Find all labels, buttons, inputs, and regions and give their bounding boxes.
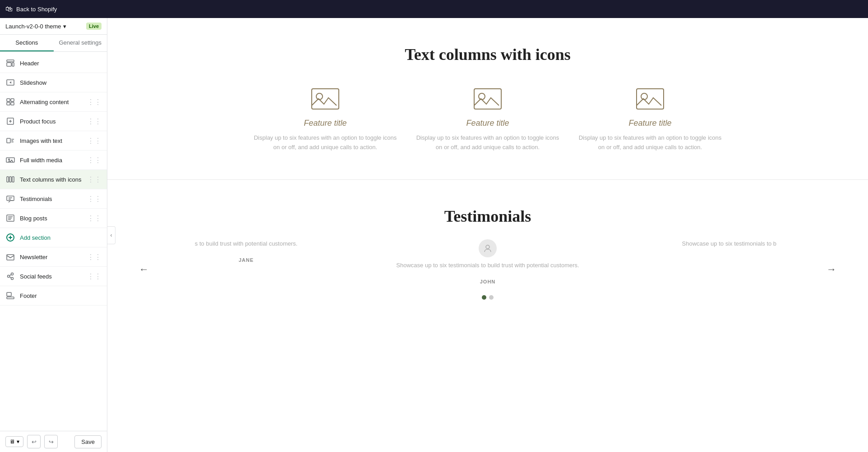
sidebar-item-label-product: Product focus (20, 118, 83, 125)
sidebar-item-slideshow[interactable]: Slideshow (0, 73, 107, 92)
sidebar-item-blog-posts[interactable]: Blog posts ⋮⋮ (0, 209, 107, 228)
chevron-down-icon: ▾ (63, 23, 66, 30)
newsletter-icon (5, 252, 15, 262)
sidebar-item-label-add: Add section (20, 234, 102, 241)
device-toggle[interactable]: 🖥 ▾ (5, 436, 23, 447)
svg-rect-28 (637, 89, 664, 109)
feature-image-icon-3 (634, 87, 666, 111)
svg-rect-23 (7, 292, 11, 296)
sidebar-item-label-testimonials: Testimonials (20, 196, 83, 202)
live-badge: Live (86, 23, 102, 30)
testimonials-section: Testimonials ← → s to build trust with p… (107, 180, 868, 323)
drag-handle-images-text[interactable]: ⋮⋮ (87, 137, 102, 145)
theme-name-label: Launch-v2-0-0 theme (5, 23, 61, 30)
footer-icon (5, 291, 15, 301)
images-text-icon (5, 136, 15, 146)
feature-title-2: Feature title (416, 119, 560, 128)
testimonial-item-2: Showcase up to six testimonials to build… (367, 239, 608, 285)
sidebar-item-images-with-text[interactable]: Images with text ⋮⋮ (0, 131, 107, 151)
sidebar-item-full-width-media[interactable]: Full width media ⋮⋮ (0, 151, 107, 170)
feature-desc-1: Display up to six features with an optio… (253, 133, 397, 152)
sidebar-item-testimonials[interactable]: Testimonials ⋮⋮ (0, 189, 107, 209)
testimonials-title: Testimonials (125, 207, 850, 226)
sidebar-item-alternating-content[interactable]: Alternating content ⋮⋮ (0, 92, 107, 112)
sidebar-item-label-newsletter: Newsletter (20, 254, 83, 260)
sidebar-item-label-footer: Footer (20, 292, 102, 299)
sidebar-item-product-focus[interactable]: Product focus ⋮⋮ (0, 112, 107, 131)
sidebar-item-social-feeds[interactable]: Social feeds ⋮⋮ (0, 267, 107, 286)
tab-sections[interactable]: Sections (0, 35, 54, 51)
svg-rect-2 (12, 63, 14, 66)
text-columns-icon (5, 174, 15, 184)
redo-button[interactable]: ↪ (44, 435, 58, 448)
desktop-icon: 🖥 (9, 438, 15, 445)
header-icon (5, 58, 15, 68)
product-icon (5, 116, 15, 126)
feature-desc-2: Display up to six features with an optio… (416, 133, 560, 152)
theme-name[interactable]: Launch-v2-0-0 theme ▾ (5, 23, 66, 30)
svg-rect-15 (7, 196, 14, 201)
svg-rect-26 (474, 89, 501, 109)
sidebar-item-label-full-width: Full width media (20, 157, 83, 164)
drag-handle-social[interactable]: ⋮⋮ (87, 272, 102, 281)
testimonials-carousel: ← → s to build trust with potential cust… (125, 239, 850, 300)
svg-rect-5 (11, 99, 14, 101)
drag-handle-full-width[interactable]: ⋮⋮ (87, 156, 102, 164)
svg-point-21 (11, 278, 14, 280)
back-to-shopify-link[interactable]: Back to Shopify (16, 6, 57, 13)
full-width-icon (5, 155, 15, 165)
feature-image-icon-2 (472, 87, 503, 111)
carousel-dot-2[interactable] (489, 295, 494, 300)
testimonials-grid: s to build trust with potential customer… (125, 239, 850, 285)
svg-point-20 (11, 273, 14, 275)
feature-column-3: Feature title Display up to six features… (578, 87, 722, 152)
shopify-icon: 🛍 (5, 5, 13, 13)
drag-handle-newsletter[interactable]: ⋮⋮ (87, 253, 102, 261)
drag-handle-alternating[interactable]: ⋮⋮ (87, 98, 102, 106)
drag-handle-text-columns[interactable]: ⋮⋮ (87, 175, 102, 184)
text-columns-title: Text columns with icons (143, 45, 832, 64)
carousel-dot-1[interactable] (482, 295, 486, 300)
testimonial-text-1: s to build trust with potential customer… (143, 239, 349, 249)
sidebar-item-label-text-columns: Text columns with icons (20, 176, 83, 183)
sidebar-item-label-images-text: Images with text (20, 137, 83, 144)
bottom-bar: 🖥 ▾ ↩ ↪ Save (0, 431, 107, 452)
slideshow-icon (5, 78, 15, 87)
drag-handle-blog[interactable]: ⋮⋮ (87, 214, 102, 223)
testimonial-author-2: JOHN (385, 279, 590, 284)
svg-rect-6 (7, 102, 10, 105)
drag-handle-product[interactable]: ⋮⋮ (87, 117, 102, 126)
sidebar-wrapper: Launch-v2-0-0 theme ▾ Live Sections Gene… (0, 18, 107, 452)
testimonial-item-3: Showcase up to six testimonials to b (609, 239, 850, 258)
tab-general-settings[interactable]: General settings (54, 35, 107, 51)
sidebar-item-text-columns[interactable]: Text columns with icons ⋮⋮ (0, 170, 107, 189)
svg-rect-12 (7, 177, 9, 182)
sidebar-item-newsletter[interactable]: Newsletter ⋮⋮ (0, 247, 107, 267)
sidebar-item-footer[interactable]: Footer (0, 286, 107, 306)
sidebar-item-label-slideshow: Slideshow (20, 79, 102, 86)
feature-column-2: Feature title Display up to six features… (416, 87, 560, 152)
testimonial-avatar-2 (479, 239, 497, 257)
feature-desc-3: Display up to six features with an optio… (578, 133, 722, 152)
theme-bar: Launch-v2-0-0 theme ▾ Live (0, 18, 107, 35)
add-icon (5, 233, 15, 242)
save-button[interactable]: Save (74, 435, 102, 448)
sections-list: Header Slideshow Alternating content ⋮⋮ (0, 52, 107, 431)
chevron-down-icon: ▾ (17, 438, 19, 445)
svg-point-29 (641, 93, 647, 100)
testimonial-item-1: s to build trust with potential customer… (125, 239, 367, 263)
blog-icon (5, 213, 15, 223)
sidebar-item-add-section[interactable]: Add section (0, 228, 107, 247)
svg-rect-9 (7, 138, 10, 143)
testimonial-author-1: JANE (143, 257, 349, 263)
collapse-sidebar-button[interactable]: ‹ (107, 226, 115, 244)
sidebar-item-header[interactable]: Header (0, 54, 107, 73)
testimonial-text-2: Showcase up to six testimonials to build… (385, 261, 590, 270)
undo-button[interactable]: ↩ (27, 435, 41, 448)
drag-handle-testimonials[interactable]: ⋮⋮ (87, 195, 102, 203)
svg-rect-22 (7, 297, 14, 299)
sidebar-item-label-social: Social feeds (20, 273, 83, 280)
testimonial-text-3: Showcase up to six testimonials to b (627, 239, 832, 249)
svg-point-19 (8, 275, 10, 278)
sidebar-item-label-alternating: Alternating content (20, 99, 83, 105)
